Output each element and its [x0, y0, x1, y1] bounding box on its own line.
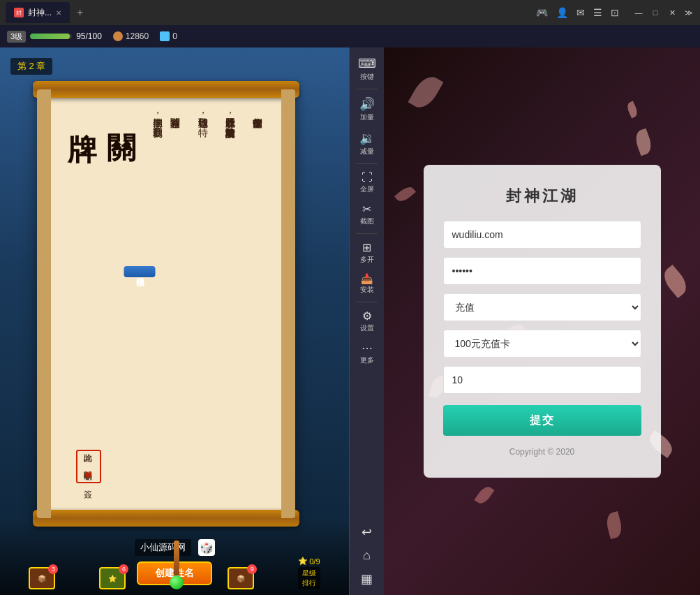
sidebar-item-install[interactable]: 📥 安装 [352, 270, 382, 298]
pole-decoration [174, 541, 179, 575]
chest-badge-3: 9 [247, 564, 257, 574]
star-count: 0/9 [309, 557, 320, 566]
sidebar-item-volume-down[interactable]: 🔉 减量 [352, 128, 382, 159]
volume-down-icon: 🔉 [359, 131, 375, 146]
game-background: 第 2 章 關牌 有通關客旅佳期盛率，良辰朝歌旦， 通行朝歌城，特 [0, 47, 349, 595]
tab-area: 封 封神... ✕ + [6, 2, 87, 23]
currency1-value: 12860 [126, 31, 149, 41]
sidebar-item-settings[interactable]: ⚙ 设置 [352, 307, 382, 336]
sidebar-item-fullscreen[interactable]: ⛶ 全屏 [352, 168, 382, 197]
fullscreen-icon: ⛶ [362, 171, 373, 184]
tab-close-icon[interactable]: ✕ [56, 9, 61, 17]
scroll-right-border [281, 89, 295, 518]
home-icon: ⌂ [363, 548, 371, 563]
scroll-text-col3: 因此牌予以放行，敢請沿途官防校驗文牌 [218, 103, 241, 504]
sidebar-item-back[interactable]: ↩ [352, 522, 382, 543]
chapter-badge: 第 2 章 [10, 58, 52, 75]
game-area: 第 2 章 關牌 有通關客旅佳期盛率，良辰朝歌旦， 通行朝歌城，特 [0, 47, 349, 595]
scroll-top-bar [33, 81, 299, 98]
sidebar-item-screenshot[interactable]: ✂ 截图 [352, 200, 382, 229]
amount-input[interactable] [443, 366, 641, 394]
multiopen-icon: ⊞ [362, 241, 371, 254]
exp-display: 95/100 [76, 31, 102, 41]
fullscreen-label: 全屏 [360, 184, 374, 194]
screenshot-icon: ✂ [362, 203, 371, 216]
scroll-text-col2: 通行朝歌城，特 [191, 103, 214, 504]
mail-icon[interactable]: ✉ [576, 7, 585, 18]
title-bar: 封 封神... ✕ + 🎮 👤 ✉ ☰ ⊡ — □ ✕ ≫ [0, 0, 700, 25]
chest-icon-2[interactable]: ⭐ 6 [99, 567, 126, 589]
install-label: 安装 [360, 285, 374, 295]
recharge-type-select[interactable]: 充值 [443, 293, 641, 321]
new-tab-button[interactable]: + [73, 6, 87, 19]
chest-icon-3[interactable]: 📦 9 [228, 567, 254, 589]
level-badge: 3级 [7, 31, 26, 43]
currency2-area: 0 [160, 31, 177, 41]
screenshot-label: 截图 [360, 216, 374, 226]
sidebar-divider-2 [357, 163, 378, 164]
login-card: 封神江湖 充值 100元充值卡 提交 Copyright © 2020 [424, 165, 661, 478]
coin-icon [113, 31, 123, 41]
gamepad-icon[interactable]: 🎮 [536, 7, 548, 18]
user-icon[interactable]: 👤 [556, 7, 568, 18]
recharge-card-select[interactable]: 100元充值卡 [443, 330, 641, 358]
title-bar-controls: 🎮 👤 ✉ ☰ ⊡ — □ ✕ ≫ [536, 7, 694, 18]
window-icon[interactable]: ⊡ [611, 7, 619, 18]
currency2-value: 0 [172, 31, 177, 41]
scroll-document: 關牌 有通關客旅佳期盛率，良辰朝歌旦， 通行朝歌城，特 因此牌予以放行，敢請沿途… [37, 89, 295, 518]
sidebar-divider-3 [357, 233, 378, 234]
chest-icon-symbol-2: ⭐ [108, 575, 117, 582]
scroll-left-border [37, 89, 51, 518]
main-content: 第 2 章 關牌 有通關客旅佳期盛率，良辰朝歌旦， 通行朝歌城，特 [0, 47, 700, 595]
username-input[interactable] [443, 221, 641, 249]
sidebar-icons: ⌨ 按键 🔊 加量 🔉 减量 ⛶ 全屏 ✂ 截图 ⊞ 多开 📥 安装 [349, 47, 384, 595]
menu-icon[interactable]: ☰ [593, 7, 602, 18]
tab-favicon: 封 [14, 8, 24, 17]
big-character: 關牌 [63, 103, 141, 504]
settings-label: 设置 [360, 323, 374, 333]
close-button[interactable]: ✕ [667, 7, 678, 18]
game-toolbar: 3级 95/100 12860 0 [0, 25, 700, 47]
sidebar-item-menu-bottom[interactable]: ▦ [352, 568, 382, 589]
volume-down-label: 减量 [360, 147, 374, 156]
multiopen-label: 多开 [360, 255, 374, 265]
password-input[interactable] [443, 257, 641, 285]
install-icon: 📥 [361, 273, 373, 284]
star-icon: ⭐ [298, 557, 308, 566]
chest-badge-1: 3 [48, 564, 58, 574]
sidebar-item-home[interactable]: ⌂ [352, 545, 382, 566]
sidebar-item-keyboard[interactable]: ⌨ 按键 [352, 53, 382, 85]
sidebar-divider-1 [357, 89, 378, 89]
sidebar-item-volume-up[interactable]: 🔊 加量 [352, 94, 382, 125]
submit-button[interactable]: 提交 [443, 405, 641, 436]
active-tab[interactable]: 封 封神... ✕ [6, 2, 70, 23]
seal-stamp: 封神 [76, 450, 101, 483]
tab-label: 封神... [28, 7, 52, 19]
chest-badge-2: 6 [119, 564, 128, 574]
chest-icon-1[interactable]: 📦 3 [29, 567, 55, 589]
orb-decoration [170, 575, 184, 589]
currency1-area: 12860 [113, 31, 149, 41]
sidebar-item-multiopen[interactable]: ⊞ 多开 [352, 238, 382, 267]
chest-icon-symbol-3: 📦 [237, 575, 245, 582]
back-icon: ↩ [362, 524, 372, 540]
collapse-button[interactable]: ≫ [683, 7, 694, 18]
maximize-button[interactable]: □ [650, 7, 661, 18]
scroll-text-col1: 有通關客旅佳期盛率，良辰朝歌旦， [147, 103, 187, 504]
settings-icon: ⚙ [362, 309, 372, 323]
scroll-container: 關牌 有通關客旅佳期盛率，良辰朝歌旦， 通行朝歌城，特 因此牌予以放行，敢請沿途… [21, 89, 311, 518]
scroll-content: 關牌 有通關客旅佳期盛率，良辰朝歌旦， 通行朝歌城，特 因此牌予以放行，敢請沿途… [58, 103, 274, 504]
exp-bar [30, 34, 72, 39]
exp-fill [30, 34, 70, 39]
sidebar-item-more[interactable]: ⋯ 更多 [352, 339, 382, 368]
level-area: 3级 95/100 [7, 31, 102, 43]
minimize-button[interactable]: — [633, 7, 644, 18]
source-banner: 小仙源码网 [124, 266, 156, 277]
copyright-text: Copyright © 2020 [443, 447, 641, 457]
keyboard-label: 按键 [360, 72, 374, 82]
more-label: 更多 [360, 355, 374, 365]
ranking-badge[interactable]: 星级排行 [298, 567, 320, 589]
menu-bottom-icon: ▦ [361, 571, 373, 587]
chest-icon-symbol: 📦 [38, 575, 46, 582]
window-buttons: — □ ✕ ≫ [633, 7, 694, 18]
